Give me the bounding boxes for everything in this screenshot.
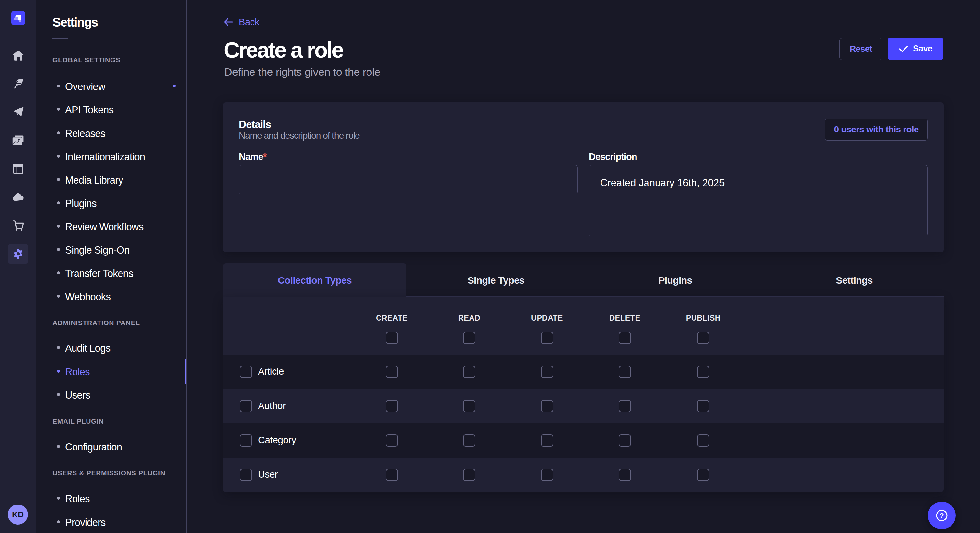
svg-text:?: ? (940, 512, 944, 520)
